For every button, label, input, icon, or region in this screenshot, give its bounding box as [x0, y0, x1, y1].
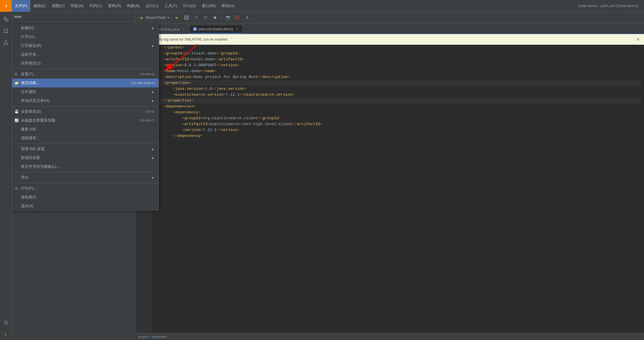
menu-item-code[interactable]: 代码(C) [86, 0, 105, 12]
build-button[interactable] [182, 14, 191, 22]
code-editor: 10 11 12 13 14 15 💡 16 17 18 19 20 ↑ 2 [135, 45, 644, 333]
run-config-icon: ▶ [140, 15, 144, 20]
code-line-20: <dependencies> [155, 104, 641, 110]
menu-bar: 文件(F) 编辑(E) 视图(V) 导航(N) 代码(C) 重构(R) 构建(B… [12, 0, 644, 12]
run-config-chevron-icon: ▾ [167, 16, 169, 20]
leetcode-icon[interactable]: L [1, 329, 11, 339]
editor-tabs: ● HotelSearchTests.java ✕ m pom.xml (hot… [135, 24, 644, 34]
menu-item-manage-ide-settings[interactable]: 管理 IDE 设置 ▶ [12, 145, 159, 153]
code-line-25: </dependency> [155, 133, 641, 139]
svg-text:J: J [5, 4, 7, 8]
title-bar: J 文件(F) 编辑(E) 视图(V) 导航(N) 代码(C) 重构(R) 构建… [0, 0, 644, 12]
menu-item-clear-cache[interactable]: 清除缓存... [12, 134, 159, 142]
menu-item-project-structure[interactable]: 📁 项目结构... Ctrl+Alt+Shift+S [12, 79, 159, 87]
menu-item-remote-dev[interactable]: 远程开发... [12, 50, 159, 59]
code-content[interactable]: </parent> <groupId>cn.itcast.demo</group… [152, 45, 644, 333]
svg-line-11 [6, 43, 7, 44]
menu-item-edit[interactable]: 编辑(E) [30, 0, 49, 12]
structure-icon[interactable] [1, 37, 11, 48]
code-line-11: <groupId>cn.itcast.demo</groupId> [155, 51, 641, 57]
tab-close-java[interactable]: ✕ [181, 27, 185, 31]
sync-button[interactable]: ⟳ [201, 14, 210, 22]
notification-close-button[interactable]: ✕ [635, 37, 641, 42]
code-line-13: <version>0.0.1-SNAPSHOT</version> [155, 62, 641, 68]
notification-bar: ◉ Rainbowify tag name for XML/HTML can b… [135, 34, 644, 45]
separator-4 [12, 172, 159, 172]
reload-button[interactable]: ↺ [192, 14, 200, 22]
menu-item-run[interactable]: 运行(U) [143, 0, 162, 12]
menu-item-tools[interactable]: 工具(T) [162, 0, 180, 12]
menu-item-window[interactable]: 窗口(W) [199, 0, 219, 12]
svg-point-7 [4, 44, 5, 45]
toolbar-separator-1 [221, 15, 222, 21]
menu-item-settings[interactable]: ⚙ 设置(T)... Ctrl+Alt+S [12, 70, 159, 79]
svg-point-6 [5, 41, 6, 42]
project-structure-icon: 📁 [14, 81, 19, 85]
separator-2 [12, 106, 159, 106]
menu-item-export[interactable]: 导出 ▶ [12, 173, 159, 182]
menu-item-file-properties[interactable]: 文件属性 ▶ [12, 87, 159, 96]
xml-file-icon: m [193, 27, 197, 31]
menu-item-exit[interactable]: 退出(X) [12, 202, 159, 210]
settings-icon: ⚙ [14, 72, 18, 76]
window-title: hotel-demo - pom.xml (hotel-demo) [578, 4, 638, 8]
tab-close-xml[interactable]: ✕ [235, 27, 239, 31]
menu-item-new-project-settings[interactable]: 新项目设置 ▶ [12, 153, 159, 162]
breadcrumb: project > properties [135, 333, 644, 340]
menu-item-local-history[interactable]: 本地历史记录(H) ▶ [12, 96, 159, 105]
menu-item-vcs[interactable]: VCS(S) [180, 0, 199, 12]
menu-item-file[interactable]: 文件(F) [12, 0, 30, 12]
run-config-dropdown[interactable]: ▶ ISearchTests ▾ [138, 14, 172, 22]
menu-item-power-save[interactable]: 省电模式 [12, 193, 159, 202]
menu-item-open[interactable]: 打开(O)... [12, 32, 159, 41]
reload-icon: 🔄 [14, 118, 19, 122]
code-line-16: <properties> [155, 80, 641, 86]
stop-button[interactable]: ⏹ [211, 14, 219, 22]
editor-toolbar: ▶ ISearchTests ▾ ▶ ↺ ⟳ ⏹ 📷 🚫 A [135, 12, 644, 24]
project-tree-icon[interactable] [1, 14, 11, 24]
menu-item-help[interactable]: 帮助(H) [218, 0, 237, 12]
editor-area: ▶ ISearchTests ▾ ▶ ↺ ⟳ ⏹ 📷 🚫 A ● [135, 12, 644, 340]
svg-rect-2 [4, 17, 6, 19]
menu-item-view[interactable]: 视图(V) [49, 0, 67, 12]
menu-item-print[interactable]: 🖨 打印(P)... [12, 184, 159, 193]
print-icon: 🖨 [14, 186, 18, 190]
separator-1 [12, 69, 159, 69]
menu-item-save-as-template[interactable]: 将文件另存为模板(L)... [12, 162, 159, 171]
file-menu-dropdown: 新建(N) ▶ 打开(O)... 打开最近(R) ▶ 远程开发... 关闭项目(… [12, 24, 159, 211]
menu-item-build[interactable]: 构建(B) [124, 0, 142, 12]
menu-item-open-recent[interactable]: 打开最近(R) ▶ [12, 41, 159, 50]
separator-5 [12, 183, 159, 183]
run-button[interactable]: ▶ [173, 14, 181, 22]
code-line-22: <groupId>org.elasticsearch.client</group… [155, 115, 641, 121]
code-line-18: <elasticsearch.version>7.12.1</elasticse… [155, 92, 641, 98]
menu-item-reload-from-disk[interactable]: 🔄 从磁盘全部重新加载 Ctrl+Alt+Y [12, 116, 159, 125]
tab-pom-xml[interactable]: m pom.xml (hotel-demo) ✕ [189, 25, 243, 34]
app-logo: J [0, 0, 12, 12]
breadcrumb-project: project [138, 335, 148, 339]
code-line-19: </properties> [155, 98, 641, 104]
breadcrumb-properties: properties [152, 335, 167, 339]
coverage-button[interactable]: 🚫 [233, 14, 242, 22]
menu-item-refactor[interactable]: 重构(R) [105, 0, 124, 12]
notification-icon[interactable] [1, 317, 11, 328]
left-sidebar: L [0, 12, 12, 340]
code-line-14: <name>hotel-demo</name> [155, 68, 641, 74]
menu-item-repair-ide[interactable]: 修复 IDE [12, 125, 159, 134]
project-panel-header: hote [12, 12, 135, 22]
bookmark-icon[interactable] [1, 26, 11, 36]
save-all-icon: 💾 [14, 110, 19, 114]
code-line-15: <description>Demo project for Spring Boo… [155, 74, 641, 80]
code-line-17: <java.version>1.8</java.version> [155, 86, 641, 92]
code-line-24: <version>7.12.1</version> [155, 127, 641, 133]
project-panel-title: hote [14, 15, 21, 19]
code-line-12: <artifactId>hotel-demo</artifactId> [155, 57, 641, 62]
menu-item-close-project[interactable]: 关闭项目(J) [12, 59, 159, 68]
translate-button[interactable]: A [243, 14, 251, 22]
bookmark-toolbar-btn[interactable]: 📷 [224, 14, 232, 22]
menu-item-navigate[interactable]: 导航(N) [67, 0, 86, 12]
svg-point-8 [7, 44, 8, 45]
menu-item-new[interactable]: 新建(N) ▶ [12, 24, 159, 32]
svg-line-10 [4, 43, 6, 44]
menu-item-save-all[interactable]: 💾 全部保存(S) Ctrl+S [12, 107, 159, 116]
